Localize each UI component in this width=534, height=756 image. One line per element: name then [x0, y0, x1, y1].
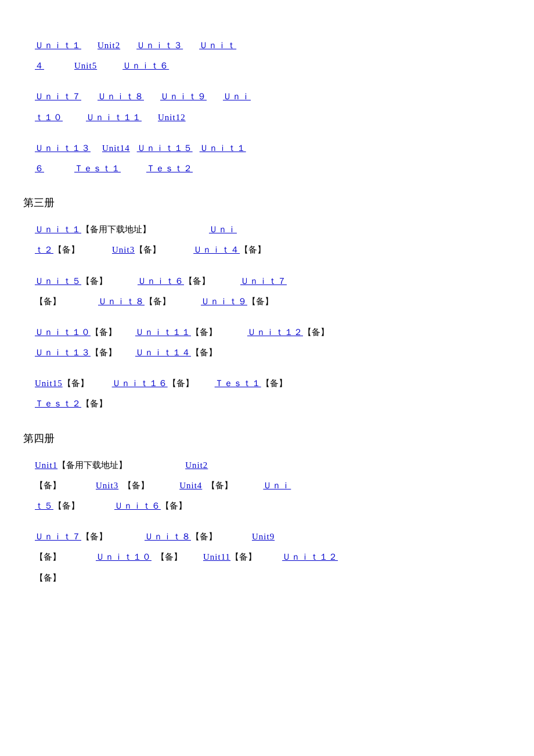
section-book3: 第三册 Ｕｎｉｔ１【备用下载地址】 Ｕｎｉ ｔ２【备】 Unit3【备】 Ｕｎｉ…: [23, 196, 511, 414]
book4-group-2: Ｕｎｉｔ７【备】 Ｕｎｉｔ８【备】 Unit9 【备】 Ｕｎｉｔ１０ 【备】 U…: [23, 526, 511, 588]
b4-unit10[interactable]: Ｕｎｉｔ１０: [96, 552, 151, 561]
link-unit9[interactable]: Ｕｎｉｔ９: [160, 92, 207, 101]
book3-group-3: Ｕｎｉｔ１０【备】 Ｕｎｉｔ１１【备】 Ｕｎｉｔ１２【备】 Ｕｎｉｔ１３【备】 …: [23, 322, 511, 362]
link-test2[interactable]: Ｔｅｓｔ２: [146, 164, 193, 173]
section-book4: 第四册 Unit1【备用下载地址】 Unit2 【备】 Unit3 【备】 Un…: [23, 431, 511, 588]
b3-unit12[interactable]: Ｕｎｉｔ１２: [247, 327, 303, 337]
link-unit3[interactable]: Ｕｎｉｔ３: [136, 41, 183, 50]
b3-test1[interactable]: Ｔｅｓｔ１: [215, 379, 261, 388]
b4-unit3[interactable]: Unit3: [96, 481, 118, 490]
book3-group-1: Ｕｎｉｔ１【备用下载地址】 Ｕｎｉ ｔ２【备】 Unit3【备】 Ｕｎｉｔ４【备…: [23, 219, 511, 260]
links-group-2: Ｕｎｉｔ７ Ｕｎｉｔ８ Ｕｎｉｔ９ Ｕｎｉ ｔ１０ Ｕｎｉｔ１１ Unit12: [23, 86, 511, 127]
section3-title: 第三册: [23, 196, 511, 210]
b3-unit14[interactable]: Ｕｎｉｔ１４: [135, 348, 191, 357]
b4-unit5a[interactable]: Ｕｎｉ: [263, 481, 291, 490]
b3-unit2a[interactable]: Ｕｎｉ: [209, 225, 237, 234]
link-unit10a[interactable]: Ｕｎｉ: [223, 92, 251, 101]
b4-unit4[interactable]: Unit4: [179, 481, 202, 490]
link-unit5[interactable]: Unit5: [74, 61, 97, 70]
link-unit16b[interactable]: ６: [35, 164, 44, 173]
link-unit7[interactable]: Ｕｎｉｔ７: [35, 92, 81, 101]
b3-unit16[interactable]: Ｕｎｉｔ１６: [112, 379, 168, 388]
link-unit10b[interactable]: ｔ１０: [35, 113, 63, 122]
link-unit4[interactable]: Ｕｎｉｔ: [199, 41, 236, 50]
page-container: Ｕｎｉｔ１ Unit2 Ｕｎｉｔ３ Ｕｎｉｔ ４ Unit5 Ｕｎｉｔ６ Ｕｎｉ…: [23, 35, 511, 588]
b3-unit3[interactable]: Unit3: [112, 245, 135, 254]
b3-unit10[interactable]: Ｕｎｉｔ１０: [35, 327, 91, 337]
b3-unit4[interactable]: Ｕｎｉｔ４: [193, 245, 240, 254]
section4-title: 第四册: [23, 431, 511, 445]
book3-group-4: Unit15【备】 Ｕｎｉｔ１６【备】 Ｔｅｓｔ１【备】 Ｔｅｓｔ２【备】: [23, 373, 511, 413]
link-test1[interactable]: Ｔｅｓｔ１: [74, 164, 121, 173]
link-unit13[interactable]: Ｕｎｉｔ１３: [35, 143, 91, 153]
section-book2: Ｕｎｉｔ１ Unit2 Ｕｎｉｔ３ Ｕｎｉｔ ４ Unit5 Ｕｎｉｔ６ Ｕｎｉ…: [23, 35, 511, 178]
b3-unit15[interactable]: Unit15: [35, 379, 63, 388]
link-unit15[interactable]: Ｕｎｉｔ１５: [137, 143, 193, 153]
b4-unit6[interactable]: Ｕｎｉｔ６: [114, 501, 161, 510]
links-group-3: Ｕｎｉｔ１３ Unit14 Ｕｎｉｔ１５ Ｕｎｉｔ１ ６ Ｔｅｓｔ１ Ｔｅｓｔ２: [23, 138, 511, 178]
b4-unit5b[interactable]: ｔ５: [35, 501, 53, 510]
b3-unit5[interactable]: Ｕｎｉｔ５: [35, 276, 81, 286]
link-unit8[interactable]: Ｕｎｉｔ８: [98, 92, 144, 101]
b3-unit11[interactable]: Ｕｎｉｔ１１: [135, 327, 191, 337]
b4-unit8[interactable]: Ｕｎｉｔ８: [145, 532, 191, 541]
b4-unit7[interactable]: Ｕｎｉｔ７: [35, 532, 81, 541]
b3-test2[interactable]: Ｔｅｓｔ２: [35, 399, 81, 408]
b3-unit8[interactable]: Ｕｎｉｔ８: [98, 297, 145, 306]
link-unit14[interactable]: Unit14: [102, 143, 130, 153]
book3-group-2: Ｕｎｉｔ５【备】 Ｕｎｉｔ６【备】 Ｕｎｉｔ７ 【备】 Ｕｎｉｔ８【备】 Ｕｎｉ…: [23, 271, 511, 311]
b3-unit1[interactable]: Ｕｎｉｔ１: [35, 225, 81, 234]
link-unit4b[interactable]: ４: [35, 61, 44, 70]
b3-unit13[interactable]: Ｕｎｉｔ１３: [35, 348, 91, 357]
b3-unit2b[interactable]: ｔ２: [35, 245, 53, 254]
link-unit12[interactable]: Unit12: [158, 113, 186, 122]
b4-unit2[interactable]: Unit2: [185, 460, 208, 470]
link-unit2[interactable]: Unit2: [98, 41, 120, 50]
b3-unit6[interactable]: Ｕｎｉｔ６: [138, 276, 184, 286]
b4-unit12[interactable]: Ｕｎｉｔ１２: [282, 552, 338, 561]
link-unit16[interactable]: Ｕｎｉｔ１: [200, 143, 246, 153]
b3-unit7a[interactable]: Ｕｎｉｔ７: [240, 276, 287, 286]
b4-unit1[interactable]: Unit1: [35, 460, 57, 470]
link-unit1[interactable]: Ｕｎｉｔ１: [35, 41, 81, 50]
links-group-1: Ｕｎｉｔ１ Unit2 Ｕｎｉｔ３ Ｕｎｉｔ ４ Unit5 Ｕｎｉｔ６: [23, 35, 511, 75]
b3-unit9[interactable]: Ｕｎｉｔ９: [201, 297, 247, 306]
link-unit11[interactable]: Ｕｎｉｔ１１: [86, 113, 142, 122]
b4-unit11[interactable]: Unit11: [203, 552, 230, 561]
book4-group-1: Unit1【备用下载地址】 Unit2 【备】 Unit3 【备】 Unit4 …: [23, 455, 511, 516]
b4-unit9[interactable]: Unit9: [252, 532, 275, 541]
link-unit6[interactable]: Ｕｎｉｔ６: [122, 61, 169, 70]
